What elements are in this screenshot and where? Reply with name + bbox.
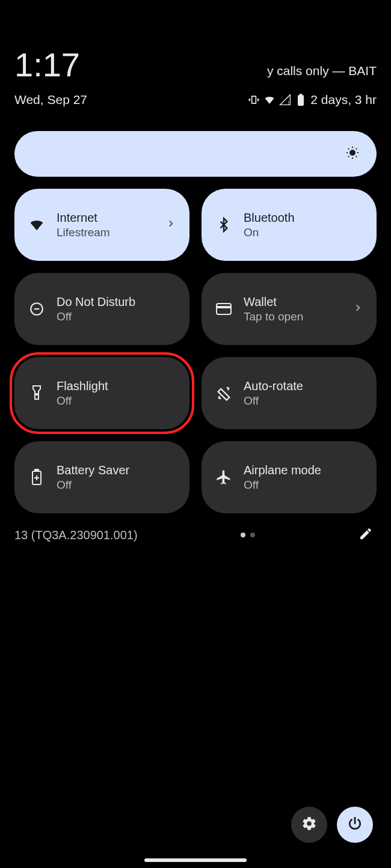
build-text: 13 (TQ3A.230901.001) xyxy=(14,528,138,542)
settings-button[interactable] xyxy=(291,807,327,843)
svg-rect-1 xyxy=(298,95,304,106)
tile-airplane[interactable]: Airplane mode Off xyxy=(202,441,377,513)
svg-rect-5 xyxy=(217,304,231,314)
tile-bluetooth[interactable]: Bluetooth On xyxy=(202,189,377,261)
tile-title: Internet xyxy=(57,211,155,225)
tile-wallet[interactable]: Wallet Tap to open xyxy=(202,273,377,345)
svg-rect-2 xyxy=(300,94,302,95)
tile-subtitle: Lifestream xyxy=(57,226,155,239)
tile-title: Bluetooth xyxy=(244,211,363,225)
brightness-icon xyxy=(345,145,360,162)
tile-subtitle: Off xyxy=(57,394,176,408)
chevron-right-icon xyxy=(353,302,363,316)
header-bottom: Wed, Sep 27 ! 2 days, 3 hr xyxy=(14,93,377,107)
bottom-actions xyxy=(291,807,373,843)
tile-subtitle: Off xyxy=(57,310,176,323)
tile-title: Wallet xyxy=(244,295,342,309)
gesture-nav-bar[interactable] xyxy=(144,858,247,862)
svg-point-3 xyxy=(350,150,355,155)
tile-subtitle: Off xyxy=(244,478,363,492)
tile-subtitle: On xyxy=(244,226,363,239)
status-icons-row: ! 2 days, 3 hr xyxy=(248,93,377,107)
tile-internet[interactable]: Internet Lifestream xyxy=(14,189,189,261)
edit-button[interactable] xyxy=(359,527,373,543)
airplane-icon xyxy=(215,468,233,486)
svg-rect-9 xyxy=(35,469,38,471)
tile-flashlight[interactable]: Flashlight Off xyxy=(14,357,189,429)
qs-footer: 13 (TQ3A.230901.001) xyxy=(0,513,391,543)
tile-title: Airplane mode xyxy=(244,463,363,477)
tile-title: Flashlight xyxy=(57,379,176,393)
brightness-slider[interactable] xyxy=(14,131,377,177)
dnd-icon xyxy=(28,300,46,318)
tile-dnd[interactable]: Do Not Disturb Off xyxy=(14,273,189,345)
carrier-text: y calls only — BAIT xyxy=(267,64,377,82)
chevron-right-icon xyxy=(165,218,176,231)
qs-header: 1:17 y calls only — BAIT Wed, Sep 27 ! 2… xyxy=(0,0,391,107)
clock-time: 1:17 xyxy=(14,48,80,82)
signal-icon: ! xyxy=(279,94,291,106)
battery-icon xyxy=(295,94,307,106)
svg-text:!: ! xyxy=(288,100,289,106)
tile-subtitle: Tap to open xyxy=(244,310,342,323)
power-icon xyxy=(347,816,363,834)
tile-subtitle: Off xyxy=(244,394,363,408)
qs-tiles-grid: Internet Lifestream Bluetooth On Do Not … xyxy=(0,177,391,513)
tile-title: Battery Saver xyxy=(57,463,176,477)
tile-title: Auto-rotate xyxy=(244,379,363,393)
battery-estimate: 2 days, 3 hr xyxy=(310,93,377,107)
page-dot xyxy=(241,533,245,537)
svg-rect-6 xyxy=(217,306,231,308)
page-indicator xyxy=(241,533,255,537)
flashlight-icon xyxy=(28,384,46,402)
header-top: 1:17 y calls only — BAIT xyxy=(14,48,377,82)
svg-point-7 xyxy=(36,394,38,396)
wifi-icon xyxy=(28,216,46,234)
tile-battery-saver[interactable]: Battery Saver Off xyxy=(14,441,189,513)
power-button[interactable] xyxy=(337,807,373,843)
bluetooth-icon xyxy=(215,216,233,234)
wallet-icon xyxy=(215,300,233,318)
vibrate-icon xyxy=(248,94,260,106)
tile-title: Do Not Disturb xyxy=(57,295,176,309)
page-dot xyxy=(250,533,255,537)
tile-subtitle: Off xyxy=(57,478,176,492)
date-text: Wed, Sep 27 xyxy=(14,93,87,107)
gear-icon xyxy=(301,816,317,834)
autorotate-icon xyxy=(215,384,233,402)
tile-autorotate[interactable]: Auto-rotate Off xyxy=(202,357,377,429)
wifi-icon xyxy=(263,94,276,106)
battery-saver-icon xyxy=(28,468,46,486)
